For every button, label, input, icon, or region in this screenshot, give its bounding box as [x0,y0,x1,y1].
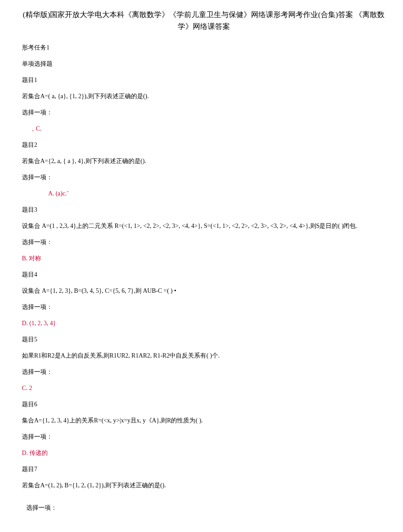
select-prompt: 选择一项： [22,503,385,512]
task-heading: 形考任务1 [22,43,385,52]
answer-text: B. 对称 [22,254,385,263]
select-prompt: 选择一项： [22,238,385,247]
select-prompt: 选择一项： [22,432,385,441]
document-title: (精华版)国家开放大学电大本科《离散数学》《学前儿童卫生与保健》网络课形考网考作… [22,9,385,32]
question-text: 设集合 A=(1 , 2,3, 4}上的二元关系 R=(<1, 1>, <2, … [22,221,385,231]
question-text: 设集合 A={1, 2, 3}, B=(3, 4, 5}, C={5, 6, 7… [22,286,385,295]
question-label: 题目2 [22,140,385,149]
question-label: 题目1 [22,75,385,85]
question-label: 题目4 [22,270,385,279]
answer-text: A. (a)c.ˉ [22,189,385,198]
answer-text: D. 传递的 [22,448,385,458]
answer-text: C. 2 [22,383,385,393]
select-prompt: 选择一项： [22,108,385,117]
select-prompt: 选择一项： [22,367,385,376]
question-text: 若集合A=(1, 2), B={1, 2, (1, 2}),则下列表述正确的是(… [22,481,385,490]
answer-text: ，C. [22,124,385,133]
question-text: 若集合A=( a, {a}, {1, 2}),则下列表述正确的是(). [22,92,385,101]
question-text: 如果R1和R2是A上的自反关系,则R1UR2, R1AR2, R1-R2中自反关… [22,351,385,360]
select-prompt: 选择一项： [22,302,385,312]
question-label: 题目7 [22,465,385,474]
question-text: 若集合A={2, a, { a }, 4},则下列表述正确的是(). [22,156,385,166]
question-label: 题目5 [22,335,385,344]
question-text: 集合A={1, 2, 3, 4}上的关系R=(<x, y>|x=y且x, y《A… [22,416,385,425]
answer-text: D. (1, 2, 3, 4} [22,319,385,328]
question-label: 题目3 [22,205,385,214]
section-heading: 单项选择题 [22,59,385,68]
question-label: 题目6 [22,400,385,409]
select-prompt: 选择一项： [22,173,385,182]
